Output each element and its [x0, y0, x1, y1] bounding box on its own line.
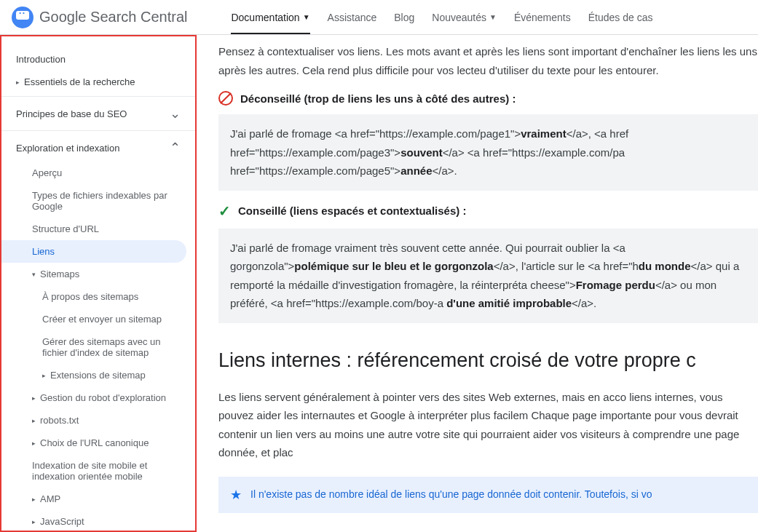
expand-icon: ▸ — [32, 496, 36, 503]
code-text: </a>. — [572, 297, 596, 309]
top-nav: Documentation▼ Assistance Blog Nouveauté… — [231, 0, 652, 34]
main-content: Pensez à contextualiser vos liens. Les m… — [197, 35, 758, 532]
sidebar-essentiels-label: Essentiels de la recherche — [24, 76, 135, 87]
sidebar-gestion-robot-label: Gestion du robot d'exploration — [40, 392, 166, 403]
nav-nouveautes[interactable]: Nouveautés▼ — [432, 0, 497, 34]
sidebar-javascript[interactable]: ▸JavaScript — [1, 510, 195, 532]
sidebar-introduction[interactable]: Introduction — [1, 48, 195, 71]
code-bold: du monde — [639, 260, 691, 272]
brand-google: Google — [39, 9, 87, 25]
sidebar-section-principes: Principes de base du SEO⌄ — [1, 97, 195, 131]
deconseille-label: Déconseillé (trop de liens les uns à côt… — [240, 92, 516, 105]
sidebar-choix-url-label: Choix de l'URL canonique — [40, 437, 149, 448]
sidebar-structure-url[interactable]: Structure d'URL — [1, 218, 195, 240]
expand-icon: ▸ — [42, 372, 46, 379]
sidebar-exploration-label: Exploration et indexation — [16, 143, 119, 154]
search-central-icon — [12, 7, 33, 28]
sidebar-a-propos[interactable]: À propos des sitemaps — [1, 285, 195, 308]
sidebar-indexation-mobile[interactable]: Indexation de site mobile et indexation … — [1, 454, 195, 488]
sidebar-essentiels[interactable]: ▸Essentiels de la recherche — [1, 71, 195, 93]
conseille-label: Conseillé (liens espacés et contextualis… — [238, 205, 466, 217]
code-text: </a>. — [432, 164, 457, 177]
code-block-bad: J'ai parlé de fromage <a href="https://e… — [218, 114, 758, 191]
container: Introduction ▸Essentiels de la recherche… — [0, 35, 758, 532]
sidebar-choix-url[interactable]: ▸Choix de l'URL canonique — [1, 432, 195, 454]
code-bold: souvent — [400, 146, 443, 159]
section-heading-liens-internes: Liens internes : référencement croisé de… — [218, 349, 758, 372]
header: Google Search Central Documentation▼ Ass… — [0, 0, 758, 35]
sidebar-creer[interactable]: Créer et envoyer un sitemap — [1, 308, 195, 330]
deconseille-line: Déconseillé (trop de liens les uns à côt… — [218, 91, 758, 106]
nav-etudes[interactable]: Études de cas — [588, 0, 653, 34]
sidebar-apercu[interactable]: Aperçu — [1, 162, 195, 184]
sidebar-amp-label: AMP — [40, 493, 60, 504]
sidebar-principes[interactable]: Principes de base du SEO⌄ — [1, 100, 195, 127]
sidebar-gerer[interactable]: Gérer des sitemaps avec un fichier d'ind… — [1, 330, 195, 364]
expand-icon: ▸ — [32, 518, 36, 525]
liens-internes-paragraph: Les liens servent généralement à pointer… — [218, 388, 758, 462]
sidebar-sitemaps-label: Sitemaps — [40, 269, 79, 279]
chevron-down-icon: ⌄ — [170, 106, 181, 122]
expand-icon: ▸ — [32, 394, 36, 402]
nav-blog[interactable]: Blog — [394, 0, 414, 34]
star-icon: ★ — [230, 487, 242, 503]
code-text: href="https://example.com/page5"> — [230, 164, 400, 177]
sidebar-javascript-label: JavaScript — [40, 516, 84, 527]
sidebar: Introduction ▸Essentiels de la recherche… — [0, 35, 197, 532]
code-text: </a>, l'article sur le <a href="h — [494, 260, 639, 272]
code-bold: Fromage perdu — [576, 279, 655, 291]
sidebar-section-intro: Introduction ▸Essentiels de la recherche — [1, 45, 195, 97]
chevron-up-icon: ⌃ — [170, 140, 181, 156]
code-bold: année — [400, 164, 432, 177]
code-bold: d'une amitié improbable — [446, 297, 572, 309]
not-recommended-icon — [218, 91, 233, 106]
code-text: </a> <a href="https://example.com/pa — [443, 146, 625, 159]
nav-documentation[interactable]: Documentation▼ — [231, 0, 309, 34]
code-bold: vraiment — [521, 127, 566, 140]
sidebar-extensions[interactable]: ▸Extensions de sitemap — [1, 364, 195, 386]
sidebar-sitemaps[interactable]: ▾Sitemaps — [1, 263, 195, 285]
sidebar-types-fichiers[interactable]: Types de fichiers indexables par Google — [1, 184, 195, 218]
nav-assistance[interactable]: Assistance — [328, 0, 377, 34]
sidebar-gestion-robot[interactable]: ▸Gestion du robot d'exploration — [1, 386, 195, 409]
sidebar-robots-txt[interactable]: ▸robots.txt — [1, 409, 195, 432]
intro-paragraph: Pensez à contextualiser vos liens. Les m… — [218, 42, 758, 79]
expand-icon: ▸ — [32, 417, 36, 424]
sidebar-liens[interactable]: Liens — [1, 240, 186, 263]
code-bold: polémique sur le bleu et le gorgonzola — [294, 260, 493, 272]
conseille-line: ✓ Conseillé (liens espacés et contextual… — [218, 202, 758, 220]
sidebar-section-exploration: Exploration et indexation⌃ Aperçu Types … — [1, 131, 195, 532]
recommended-icon: ✓ — [218, 202, 231, 220]
brand-rest: Search Central — [87, 9, 188, 25]
collapse-icon: ▾ — [32, 271, 36, 278]
caret-down-icon: ▼ — [303, 13, 310, 21]
sidebar-extensions-label: Extensions de sitemap — [50, 370, 146, 381]
logo[interactable]: Google Search Central — [12, 7, 187, 28]
sidebar-robots-txt-label: robots.txt — [40, 415, 79, 426]
code-block-good: J'ai parlé de fromage vraiment très souv… — [218, 229, 758, 323]
logo-text: Google Search Central — [39, 9, 187, 25]
sidebar-principes-label: Principes de base du SEO — [16, 108, 127, 119]
caret-down-icon: ▼ — [489, 13, 497, 21]
note-text: Il n'existe pas de nombre idéal de liens… — [250, 487, 652, 502]
nav-documentation-label: Documentation — [231, 12, 299, 23]
expand-icon: ▸ — [32, 440, 36, 447]
nav-evenements[interactable]: Événements — [514, 0, 571, 34]
note-box: ★ Il n'existe pas de nombre idéal de lie… — [218, 477, 758, 513]
sidebar-amp[interactable]: ▸AMP — [1, 488, 195, 510]
code-text: J'ai parlé de fromage <a href="https://e… — [230, 127, 521, 140]
expand-icon: ▸ — [16, 79, 20, 86]
sidebar-exploration[interactable]: Exploration et indexation⌃ — [1, 134, 195, 162]
nav-nouveautes-label: Nouveautés — [432, 12, 486, 23]
